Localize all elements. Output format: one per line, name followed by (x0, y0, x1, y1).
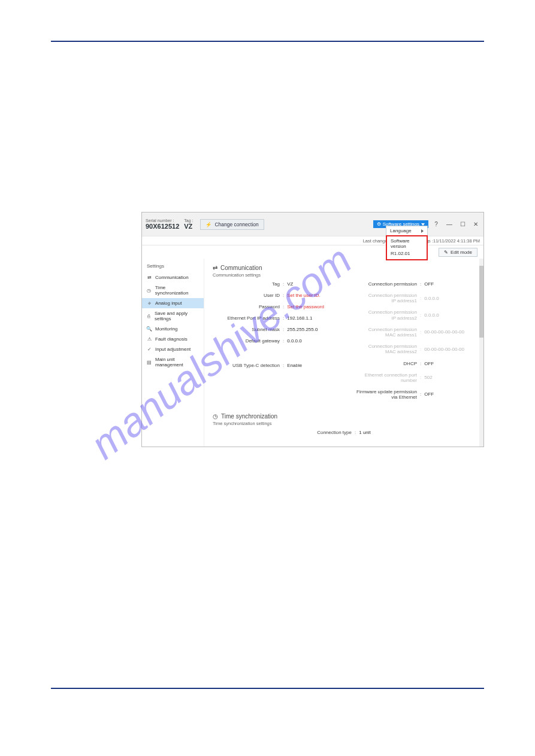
software-version-value: R1.02.01 (391, 251, 423, 256)
sidebar-item-label: Main unit management (155, 357, 199, 368)
separator: : (283, 281, 284, 287)
app-window: Serial number : 90X612512 Tag : VZ ⚡ Cha… (141, 212, 484, 447)
sidebar-item-input-adjustment[interactable]: ✓ Input adjustment (142, 344, 204, 354)
sidebar-item-analog-input[interactable]: ⎆ Analog input (142, 298, 204, 308)
link-icon: ⇄ (147, 275, 152, 280)
setting-row-eth-port: Ethernet connection port number : 502 (350, 372, 475, 383)
setting-row-gateway: Default gateway : 0.0.0.0 (213, 338, 338, 344)
scrollbar-track[interactable] (479, 259, 483, 447)
setting-value: 00-00-00-00-00-00 (424, 329, 464, 335)
sidebar-item-label: Fault diagnosis (155, 336, 188, 342)
setting-row-usb: USB Type-C detection : Enable (213, 363, 338, 368)
setting-label: Connection type (317, 430, 352, 435)
separator: : (283, 304, 284, 309)
setting-row-conn-type: Connection type : 1 unit (317, 430, 371, 435)
sidebar-item-monitoring[interactable]: 🔍 Monitoring (142, 324, 204, 334)
sidebar: Settings ⇄ Communication ◷ Time synchron… (142, 259, 204, 447)
titlebar: Serial number : 90X612512 Tag : VZ ⚡ Cha… (142, 212, 483, 236)
sidebar-item-label: Analog input (155, 300, 182, 306)
setting-value: Set the password (287, 304, 324, 309)
communication-section-subtitle: Communication settings (213, 272, 475, 278)
setting-value: OFF (424, 281, 434, 287)
setting-value: 502 (424, 375, 432, 380)
sidebar-item-label: Time synchronization (155, 285, 199, 296)
separator: : (355, 430, 356, 435)
sidebar-item-communication[interactable]: ⇄ Communication (142, 272, 204, 283)
sidebar-item-time-sync[interactable]: ◷ Time synchronization (142, 283, 204, 298)
communication-section-header: ⇄ Communication (213, 265, 475, 271)
time-sync-column: Connection type : 1 unit (213, 430, 475, 435)
separator: : (420, 296, 421, 301)
setting-value: OFF (424, 361, 434, 366)
edit-mode-button[interactable]: ✎ Edit mode (439, 248, 477, 257)
setting-label: Ethernet connection port number (350, 372, 417, 383)
setting-value: 00-00-00-00-00-00 (424, 347, 464, 352)
edit-mode-label: Edit mode (451, 250, 472, 255)
setting-label: Connection permissionIP address2 (350, 309, 417, 320)
setting-row-subnet: Subnet mask : 255.255.255.0 (213, 327, 338, 332)
time-sync-section-subtitle: Time synchronization settings (213, 421, 475, 426)
language-menu-item[interactable]: Language (386, 226, 427, 236)
setting-value: Enable (287, 363, 302, 368)
serial-number-label: Serial number : (146, 218, 179, 223)
separator: : (420, 375, 421, 380)
setting-value: 0.0.0.0 (287, 338, 301, 344)
settings-right-column: Connection permission : OFF Connection p… (350, 281, 475, 400)
setting-row-user-id: User ID : Set the user ID. (213, 293, 338, 298)
separator: : (420, 281, 421, 287)
setting-row-mac2: Connection permissionMAC address2 : 00-0… (350, 344, 475, 354)
setting-value: 192.168.1.1 (287, 315, 312, 321)
close-button[interactable]: ✕ (470, 221, 481, 227)
software-version-menu-item[interactable]: Software version R1.02.01 (387, 236, 427, 259)
setting-label: Default gateway (213, 338, 280, 344)
separator: : (283, 338, 284, 344)
change-connection-button[interactable]: ⚡ Change connection (200, 219, 264, 230)
separator: : (420, 391, 421, 397)
setting-label: Connection permissionIP address1 (350, 293, 417, 303)
setting-value: VZ (287, 281, 293, 287)
chevron-right-icon (421, 229, 424, 233)
setting-row-ip2: Connection permissionIP address2 : 0.0.0… (350, 309, 475, 320)
clock-icon: ◷ (147, 288, 152, 293)
manage-icon: ▤ (147, 360, 152, 365)
tag-label: Tag : (184, 218, 193, 223)
edit-row: ✎ Edit mode (142, 245, 483, 259)
save-icon: ⎙ (147, 314, 151, 318)
setting-value: 1 unit (359, 430, 371, 435)
maximize-button[interactable]: ☐ (457, 221, 468, 227)
sidebar-item-fault-diagnosis[interactable]: ⚠ Fault diagnosis (142, 334, 204, 344)
meta-bar: Last changed d ettings :11/11/2022 4:11:… (142, 236, 483, 245)
link-icon: ⇄ (213, 265, 217, 271)
software-settings-dropdown: Language Software version R1.02.01 (386, 226, 428, 260)
help-button[interactable]: ? (431, 221, 442, 227)
setting-label: Connection permission (350, 281, 417, 287)
pencil-icon: ✎ (444, 250, 448, 255)
setting-value: 0.0.0.0 (424, 296, 439, 301)
setting-label: User ID (213, 293, 280, 298)
separator: : (283, 363, 284, 368)
sidebar-item-label: Monitoring (155, 326, 177, 332)
settings-left-column: Tag : VZ User ID : Set the user ID. Pass… (213, 281, 338, 400)
tag-value: VZ (184, 223, 193, 230)
setting-label: Connection permissionMAC address1 (350, 327, 417, 338)
setting-value: 0.0.0.0 (424, 312, 439, 318)
tag-block: Tag : VZ (184, 218, 193, 230)
separator: : (283, 327, 284, 332)
separator: : (420, 347, 421, 352)
software-version-highlight: Software version R1.02.01 (386, 235, 428, 260)
separator: : (420, 312, 421, 318)
adjust-icon: ✓ (147, 347, 152, 352)
minimize-button[interactable]: — (444, 221, 455, 227)
scrollbar-thumb[interactable] (479, 266, 483, 338)
language-label: Language (390, 228, 412, 233)
clock-icon: ◷ (213, 413, 218, 420)
communication-settings-grid: Tag : VZ User ID : Set the user ID. Pass… (213, 281, 475, 400)
sidebar-item-label: Communication (155, 275, 189, 280)
sidebar-item-main-unit-mgmt[interactable]: ▤ Main unit management (142, 354, 204, 370)
sidebar-item-label: Input adjustment (155, 347, 191, 352)
time-sync-section-header: ◷ Time synchronization (213, 413, 475, 420)
time-sync-section-title: Time synchronization (221, 413, 277, 420)
communication-section-title: Communication (220, 265, 262, 271)
plug-icon: ⚡ (205, 221, 212, 227)
sidebar-item-save-apply[interactable]: ⎙ Save and apply settings (142, 308, 204, 324)
